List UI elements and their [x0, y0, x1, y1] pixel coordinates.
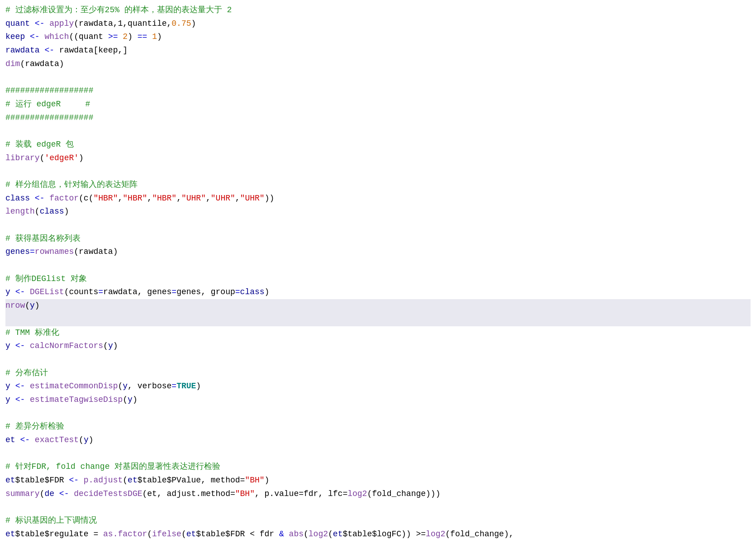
code-line-36: et$table$FDR <- p.adjust(et$table$PValue… — [5, 474, 751, 487]
code-line-16: length(class) — [5, 205, 751, 219]
code-line-20 — [5, 259, 751, 272]
code-line-9: ################## — [5, 111, 751, 125]
code-line-19: genes=rownames(rawdata) — [5, 245, 751, 259]
code-line-2: quant <- apply(rawdata,1,quantile,0.75) — [5, 17, 751, 31]
code-line-22: y <- DGEList(counts=rawdata, genes=genes… — [5, 286, 751, 299]
code-line-28: # 分布估计 — [5, 367, 751, 380]
code-line-18: # 获得基因名称列表 — [5, 232, 751, 246]
code-line-6 — [5, 71, 751, 84]
code-line-40: et$table$regulate = as.factor(ifelse(et$… — [5, 528, 751, 539]
code-line-25: # TMM 标准化 — [5, 326, 751, 340]
code-line-26: y <- calcNormFactors(y) — [5, 339, 751, 353]
code-line-13 — [5, 165, 751, 178]
code-line-17 — [5, 219, 751, 232]
code-line-5: dim(rawdata) — [5, 57, 751, 71]
code-line-7: ################## — [5, 84, 751, 98]
code-line-12: library('edgeR') — [5, 152, 751, 165]
code-line-21: # 制作DEGlist 对象 — [5, 272, 751, 286]
code-line-30: y <- estimateTagwiseDisp(y) — [5, 393, 751, 407]
code-line-27 — [5, 353, 751, 367]
code-editor: # 过滤标准设置为：至少有25% 的样本，基因的表达量大于 2 quant <-… — [0, 0, 756, 539]
code-line-38 — [5, 501, 751, 514]
code-line-35: # 针对FDR, fold change 对基因的显著性表达进行检验 — [5, 460, 751, 474]
code-line-23: nrow(y) — [5, 299, 751, 313]
code-line-29: y <- estimateCommonDisp(y, verbose=TRUE) — [5, 380, 751, 393]
code-line-33: et <- exactTest(y) — [5, 434, 751, 447]
code-line-11: # 装载 edgeR 包 — [5, 138, 751, 152]
code-line-1: # 过滤标准设置为：至少有25% 的样本，基因的表达量大于 2 — [5, 4, 751, 17]
code-line-10 — [5, 124, 751, 138]
code-line-8: # 运行 edgeR # — [5, 98, 751, 111]
code-line-37: summary(de <- decideTestsDGE(et, adjust.… — [5, 487, 751, 501]
code-line-39: # 标识基因的上下调情况 — [5, 514, 751, 528]
comment-text: # 过滤标准设置为：至少有25% 的样本，基因的表达量大于 2 — [5, 5, 232, 14]
code-line-32: # 差异分析检验 — [5, 420, 751, 434]
code-line-31 — [5, 407, 751, 420]
code-line-15: class <- factor(c("HBR","HBR","HBR","UHR… — [5, 192, 751, 205]
code-line-24 — [5, 313, 751, 326]
code-line-4: rawdata <- rawdata[keep,] — [5, 44, 751, 57]
code-line-14: # 样分组信息，针对输入的表达矩阵 — [5, 178, 751, 192]
code-line-3: keep <- which((quant >= 2) == 1) — [5, 30, 751, 44]
code-line-34 — [5, 447, 751, 461]
